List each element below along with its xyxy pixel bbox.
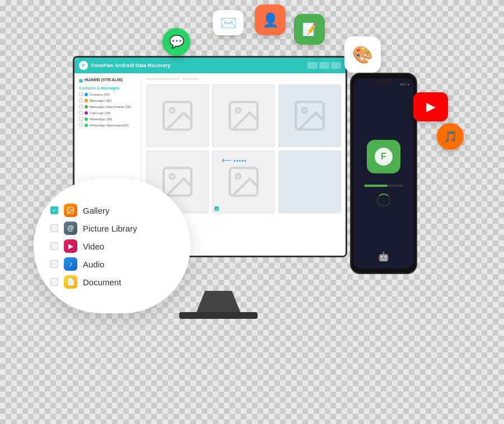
whatsapp-floating-icon: 💬 bbox=[162, 28, 190, 56]
phone-progress-bar bbox=[364, 185, 403, 187]
phone-app-icon: F bbox=[367, 140, 400, 173]
docs-floating-icon: 📝 bbox=[294, 14, 325, 45]
svg-point-3 bbox=[236, 108, 240, 112]
phone: F 🤖 31°C ✦ bbox=[350, 73, 417, 285]
toolbar-line-1 bbox=[146, 78, 180, 80]
floating-menu-popup: Gallery @ Picture Library ▶ Video ♪ Audi… bbox=[34, 179, 190, 313]
document-label: Document bbox=[83, 277, 121, 287]
toolbar-line-2 bbox=[182, 78, 199, 80]
sidebar-item: Contacts (35) bbox=[79, 92, 137, 97]
app-logo: F bbox=[79, 61, 88, 70]
gallery-checkbox[interactable] bbox=[50, 206, 58, 214]
photo-thumb[interactable] bbox=[146, 84, 209, 147]
phone-body: F 🤖 31°C ✦ bbox=[350, 73, 417, 274]
audio-checkbox[interactable] bbox=[50, 260, 58, 268]
toolbar bbox=[146, 78, 341, 80]
music-floating-icon: 🎵 bbox=[437, 123, 464, 150]
calllogs-label: Call Logs (19) bbox=[90, 111, 110, 115]
header-btn-1 bbox=[307, 62, 318, 69]
progress-fill bbox=[364, 185, 388, 187]
contacts-label: Contacts (35) bbox=[90, 93, 110, 96]
wa-attach-checkbox[interactable] bbox=[79, 123, 83, 127]
document-checkbox[interactable] bbox=[50, 278, 58, 286]
sidebar-section: Contacts & Messages bbox=[79, 86, 137, 90]
photo-thumb bbox=[278, 150, 341, 213]
audio-label: Audio bbox=[83, 260, 104, 269]
svg-point-5 bbox=[302, 108, 306, 112]
wa-attach-label: WhatsApp Attachments(8) bbox=[90, 124, 129, 127]
menu-item-video[interactable]: ▶ Video bbox=[50, 239, 174, 253]
contacts-checkbox[interactable] bbox=[79, 92, 83, 96]
wa-attach-dot bbox=[85, 124, 88, 127]
arrow-connector: ←····· bbox=[218, 151, 246, 169]
youtube-floating-icon: ▶ bbox=[413, 92, 448, 121]
video-label: Video bbox=[83, 242, 104, 251]
gallery-label: Gallery bbox=[83, 206, 110, 215]
svg-text:F: F bbox=[381, 152, 386, 161]
google-photos-floating-icon: 🎨 bbox=[344, 36, 381, 73]
contacts-floating-icon: 👤 bbox=[255, 4, 286, 35]
photo-check: ✓ bbox=[214, 206, 219, 211]
calllogs-dot bbox=[85, 111, 88, 115]
header-controls bbox=[307, 62, 341, 69]
svg-point-7 bbox=[170, 174, 174, 178]
sidebar-item: Messages (60) bbox=[79, 98, 137, 103]
photo-grid: ✓ ✓ bbox=[146, 84, 341, 213]
app-header: F FonePaw Android Data Recovery bbox=[74, 58, 346, 73]
picture-icon: @ bbox=[64, 222, 77, 235]
phone-notch bbox=[375, 81, 392, 83]
sidebar-item: WhatsApp (36) bbox=[79, 116, 137, 121]
image-icon bbox=[159, 97, 196, 134]
menu-item-gallery[interactable]: Gallery bbox=[50, 204, 174, 217]
menu-item-audio[interactable]: ♪ Audio bbox=[50, 257, 174, 271]
picture-checkbox[interactable] bbox=[50, 224, 58, 232]
image-icon bbox=[225, 97, 262, 134]
phone-screen: F 🤖 31°C ✦ bbox=[353, 78, 414, 268]
svg-point-13 bbox=[69, 209, 70, 210]
svg-point-9 bbox=[236, 174, 240, 178]
device-checkbox[interactable] bbox=[79, 79, 83, 83]
android-logo: 🤖 bbox=[378, 251, 389, 262]
messages-checkbox[interactable] bbox=[79, 98, 83, 102]
svg-point-1 bbox=[170, 108, 174, 112]
msg-attach-label: Messages Attachments (26) bbox=[90, 105, 131, 109]
messages-label: Messages (60) bbox=[90, 99, 112, 102]
contacts-dot bbox=[85, 93, 88, 96]
whatsapp-dot bbox=[85, 117, 88, 121]
fonepaw-icon: F bbox=[374, 147, 394, 167]
sidebar-item: WhatsApp Attachments(8) bbox=[79, 123, 137, 128]
msg-attach-dot bbox=[85, 105, 88, 109]
messages-dot bbox=[85, 99, 88, 102]
document-icon: 📄 bbox=[64, 275, 77, 289]
video-icon: ▶ bbox=[64, 239, 77, 253]
sidebar-item: Call Logs (19) bbox=[79, 110, 137, 115]
sidebar-item: Messages Attachments (26) bbox=[79, 104, 137, 109]
phone-status: 31°C ✦ bbox=[400, 83, 409, 86]
gmail-floating-icon: ✉️ bbox=[213, 10, 244, 35]
gallery-icon bbox=[64, 204, 77, 217]
menu-item-document[interactable]: 📄 Document bbox=[50, 275, 174, 289]
app-title: FonePaw Android Data Recovery bbox=[91, 63, 170, 68]
whatsapp-label: WhatsApp (36) bbox=[90, 117, 112, 121]
picture-label: Picture Library bbox=[83, 224, 137, 233]
video-checkbox[interactable] bbox=[50, 242, 58, 250]
image-icon bbox=[291, 97, 328, 134]
monitor-base bbox=[179, 312, 258, 319]
photo-thumb[interactable] bbox=[212, 84, 275, 147]
whatsapp-checkbox[interactable] bbox=[79, 117, 83, 121]
photo-thumb bbox=[278, 84, 341, 147]
audio-icon: ♪ bbox=[64, 257, 77, 271]
msg-attach-checkbox[interactable] bbox=[79, 105, 83, 109]
phone-spinner bbox=[377, 194, 390, 207]
menu-item-picture[interactable]: @ Picture Library bbox=[50, 222, 174, 235]
header-btn-3 bbox=[331, 62, 341, 69]
header-btn-2 bbox=[319, 62, 329, 69]
calllogs-checkbox[interactable] bbox=[79, 111, 83, 115]
device-name: HUAWEI (VTR-AL00) bbox=[85, 78, 123, 82]
